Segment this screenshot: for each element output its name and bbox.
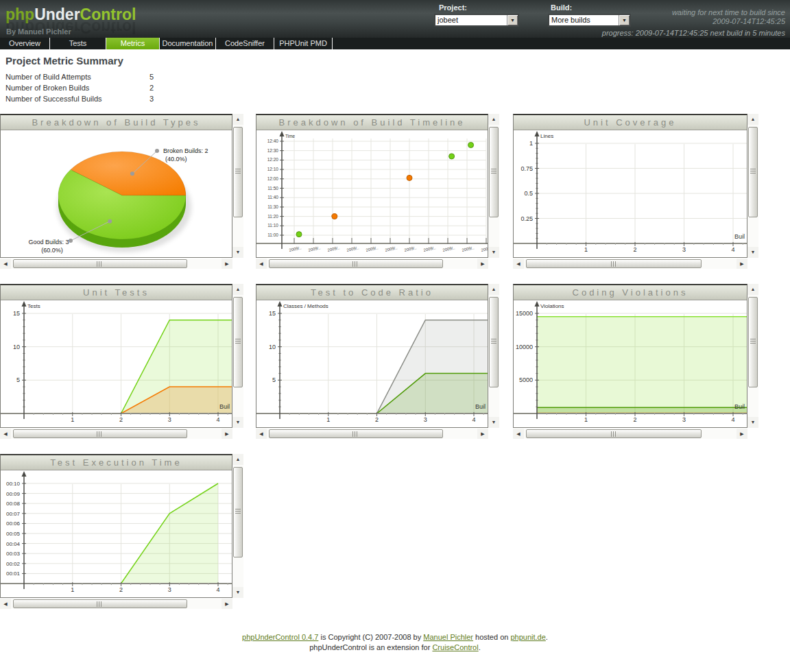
- horizontal-scrollbar[interactable]: ◀▶: [256, 429, 488, 439]
- scrollbar-track[interactable]: [232, 465, 243, 587]
- build-select[interactable]: More builds ▼: [548, 14, 631, 27]
- scroll-right-button[interactable]: ▶: [222, 259, 232, 269]
- svg-text:15: 15: [13, 310, 20, 317]
- scroll-up-button[interactable]: ▲: [747, 284, 758, 295]
- vertical-scrollbar[interactable]: ▲▼: [232, 454, 243, 598]
- thumb-grip: [611, 431, 617, 437]
- scroll-left-button[interactable]: ◀: [0, 429, 11, 439]
- scroll-up-button[interactable]: ▲: [747, 114, 758, 125]
- summary-value: 5: [149, 73, 154, 81]
- scrollbar-thumb[interactable]: [13, 259, 187, 268]
- scroll-down-button[interactable]: ▼: [232, 247, 243, 258]
- scrollbar-track[interactable]: [524, 259, 737, 269]
- scrollbar-thumb[interactable]: [13, 599, 187, 608]
- scrollbar-track[interactable]: [232, 125, 243, 247]
- build-label: Build:: [551, 3, 572, 12]
- vertical-scrollbar[interactable]: ▲▼: [488, 284, 499, 428]
- svg-text:2009/..: 2009/..: [366, 245, 379, 252]
- vertical-scrollbar[interactable]: ▲▼: [747, 284, 758, 428]
- thumb-grip: [235, 339, 241, 345]
- svg-text:Violations: Violations: [540, 303, 564, 309]
- scroll-down-button[interactable]: ▼: [747, 247, 758, 258]
- scroll-left-button[interactable]: ◀: [256, 259, 267, 269]
- scrollbar-thumb[interactable]: [13, 429, 187, 438]
- scrollbar-thumb[interactable]: [233, 297, 243, 387]
- scrollbar-thumb[interactable]: [269, 429, 443, 438]
- tab-phpunit-pmd[interactable]: PHPUnit PMD: [274, 38, 333, 49]
- svg-text:00:06: 00:06: [6, 520, 21, 527]
- tab-codesniffer[interactable]: CodeSniffer: [216, 38, 274, 49]
- scrollbar-thumb[interactable]: [233, 467, 243, 557]
- scroll-right-button[interactable]: ▶: [737, 259, 747, 269]
- dropdown-arrow-icon[interactable]: ▼: [619, 15, 630, 25]
- scrollbar-track[interactable]: [11, 429, 222, 439]
- scrollbar-thumb[interactable]: [526, 429, 702, 438]
- scrollbar-thumb[interactable]: [233, 127, 243, 217]
- svg-text:00:08: 00:08: [6, 501, 21, 507]
- horizontal-scrollbar[interactable]: ◀▶: [256, 259, 488, 269]
- scrollbar-track[interactable]: [11, 259, 222, 269]
- tab-tests[interactable]: Tests: [50, 38, 106, 49]
- scroll-left-button[interactable]: ◀: [0, 259, 11, 269]
- horizontal-scrollbar[interactable]: ◀▶: [0, 429, 232, 439]
- scroll-down-button[interactable]: ▼: [488, 417, 499, 428]
- scrollbar-track[interactable]: [488, 295, 499, 417]
- scroll-right-button[interactable]: ▶: [737, 429, 747, 439]
- scrollbar-thumb[interactable]: [489, 297, 499, 387]
- scroll-up-button[interactable]: ▲: [232, 454, 243, 465]
- scroll-up-button[interactable]: ▲: [232, 114, 243, 125]
- logo-php: php: [5, 5, 34, 23]
- vertical-scrollbar[interactable]: ▲▼: [488, 114, 499, 258]
- scroll-down-button[interactable]: ▼: [232, 417, 243, 428]
- svg-text:2: 2: [119, 416, 123, 423]
- horizontal-scrollbar[interactable]: ◀▶: [0, 599, 232, 609]
- scroll-left-button[interactable]: ◀: [513, 259, 524, 269]
- scrollbar-track[interactable]: [11, 599, 222, 609]
- tab-metrics[interactable]: Metrics: [106, 38, 160, 49]
- scroll-up-button[interactable]: ▲: [232, 284, 243, 295]
- scrollbar-thumb[interactable]: [748, 297, 758, 387]
- thumb-grip: [97, 431, 103, 437]
- vertical-scrollbar[interactable]: ▲▼: [747, 114, 758, 258]
- scroll-up-button[interactable]: ▲: [488, 114, 499, 125]
- project-select[interactable]: jobeet ▼: [434, 14, 519, 27]
- horizontal-scrollbar[interactable]: ◀▶: [513, 259, 747, 269]
- scroll-right-button[interactable]: ▶: [222, 599, 232, 609]
- test-execution-time-chart: 123400:0100:0200:0300:0400:0500:0600:070…: [1, 470, 232, 597]
- phpunit-link[interactable]: phpunit.de: [510, 633, 545, 641]
- horizontal-scrollbar[interactable]: ◀▶: [513, 429, 747, 439]
- scrollbar-thumb[interactable]: [748, 127, 758, 217]
- scrollbar-track[interactable]: [488, 125, 499, 247]
- vertical-scrollbar[interactable]: ▲▼: [232, 114, 243, 258]
- scrollbar-thumb[interactable]: [489, 127, 499, 217]
- dropdown-arrow-icon[interactable]: ▼: [507, 15, 518, 25]
- unit-tests-chart: 123451015TestsBuil: [1, 300, 232, 427]
- scrollbar-thumb[interactable]: [526, 259, 702, 268]
- scroll-left-button[interactable]: ◀: [513, 429, 524, 439]
- svg-text:Broken Builds: 2: Broken Builds: 2: [163, 147, 208, 154]
- scroll-left-button[interactable]: ◀: [0, 599, 11, 609]
- phpundercontrol-link[interactable]: phpUnderControl 0.4.7: [242, 633, 318, 641]
- scroll-left-button[interactable]: ◀: [256, 429, 267, 439]
- horizontal-scrollbar[interactable]: ◀▶: [0, 259, 232, 269]
- scroll-down-button[interactable]: ▼: [747, 417, 758, 428]
- scrollbar-track[interactable]: [524, 429, 737, 439]
- vertical-scrollbar[interactable]: ▲▼: [232, 284, 243, 428]
- manuel-pichler-link[interactable]: Manuel Pichler: [423, 633, 473, 641]
- scroll-right-button[interactable]: ▶: [477, 259, 488, 269]
- scroll-right-button[interactable]: ▶: [222, 429, 232, 439]
- test-execution-time-panel: Test Execution Time 123400:0100:0200:030…: [0, 454, 243, 609]
- scroll-up-button[interactable]: ▲: [488, 284, 499, 295]
- tab-overview[interactable]: Overview: [0, 38, 50, 49]
- scroll-right-button[interactable]: ▶: [477, 429, 488, 439]
- scroll-down-button[interactable]: ▼: [232, 587, 243, 598]
- scrollbar-track[interactable]: [267, 429, 477, 439]
- scrollbar-track[interactable]: [267, 259, 477, 269]
- scrollbar-track[interactable]: [747, 125, 758, 247]
- cruisecontrol-link[interactable]: CruiseControl: [432, 643, 478, 651]
- scrollbar-track[interactable]: [232, 295, 243, 417]
- scrollbar-thumb[interactable]: [269, 259, 443, 268]
- tab-documentation[interactable]: Documentation: [160, 38, 216, 49]
- scroll-down-button[interactable]: ▼: [488, 247, 499, 258]
- scrollbar-track[interactable]: [747, 295, 758, 417]
